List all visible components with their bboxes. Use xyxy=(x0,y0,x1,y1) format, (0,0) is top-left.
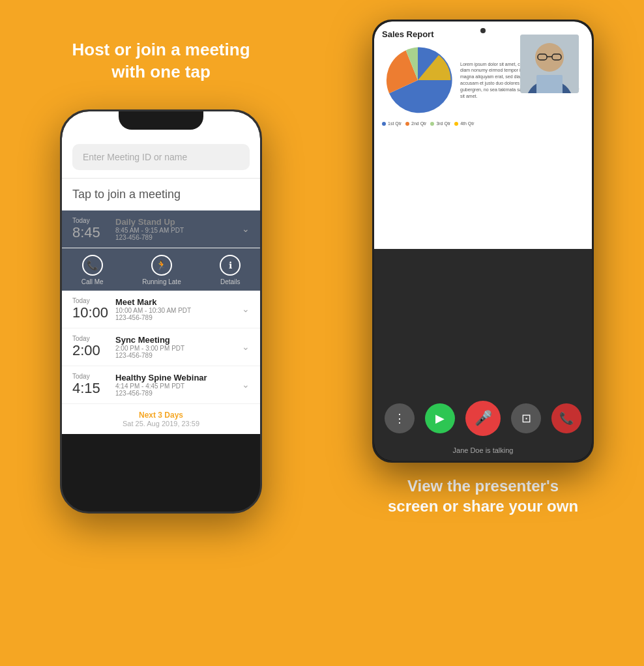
svg-point-2 xyxy=(535,43,564,72)
control-bar: ⋮ ▶ 🎤 ⊡ 📞 xyxy=(374,390,592,446)
meeting-id-3: 123-456-789 xyxy=(115,352,242,359)
end-call-icon: 📞 xyxy=(559,411,574,426)
meeting-sub-2: 10:00 AM - 10:30 AM PDT xyxy=(115,307,242,314)
meeting-name-2: Meet Mark xyxy=(115,297,242,307)
call-me-button[interactable]: 📞 Call Me xyxy=(81,255,104,285)
meeting-item-3[interactable]: Today 2:00 Sync Meeting 2:00 PM - 3:00 P… xyxy=(62,328,260,366)
legend-2nd-qtr: 2nd Qtr xyxy=(405,121,426,126)
chart-legend: 1st Qtr 2nd Qtr 3rd Qtr 4th Qtr xyxy=(382,121,584,126)
status-bar-left: 9:41 ▮▮▮ ▲ ▮ xyxy=(62,115,260,124)
meeting-time-col-3: Today 2:00 xyxy=(72,335,109,359)
microphone-muted-icon: 🎤 xyxy=(475,410,492,427)
meeting-date-3: Today xyxy=(72,335,109,342)
self-video xyxy=(520,35,579,93)
meeting-date-2: Today xyxy=(72,297,109,304)
meeting-name-3: Sync Meeting xyxy=(115,335,242,345)
meeting-details-4: Healthy Spine Webinar 4:14 PM - 4:45 PM … xyxy=(109,373,242,397)
meeting-time-col-1: Today 8:45 xyxy=(72,217,109,241)
signal-icon: ▮▮▮ xyxy=(220,116,231,123)
end-call-button[interactable]: 📞 xyxy=(551,403,581,433)
legend-label-2: 2nd Qtr xyxy=(411,121,426,126)
meeting-name-4: Healthy Spine Webinar xyxy=(115,373,242,383)
legend-3rd-qtr: 3rd Qtr xyxy=(430,121,450,126)
meeting-date-4: Today xyxy=(72,373,109,380)
chevron-icon-3: ⌄ xyxy=(242,341,250,352)
phone-dot xyxy=(480,28,486,33)
battery-icon: ▮ xyxy=(243,116,247,123)
pie-chart xyxy=(382,44,454,116)
meeting-time-col-4: Today 4:15 xyxy=(72,373,109,397)
call-me-icon: 📞 xyxy=(82,255,103,276)
legend-4th-qtr: 4th Qtr xyxy=(454,121,474,126)
legend-label-1: 1st Qtr xyxy=(388,121,402,126)
meeting-date-1: Today xyxy=(72,217,109,224)
meeting-details-2: Meet Mark 10:00 AM - 10:30 AM PDT 123-45… xyxy=(109,297,242,321)
left-panel: Host or join a meetingwith one tap 9:41 … xyxy=(0,0,322,666)
video-toggle-button[interactable]: ▶ xyxy=(425,403,455,433)
talking-label: Jane Doe is talking xyxy=(374,446,592,461)
next-days-sub: Sat 25. Aug 2019, 23:59 xyxy=(68,420,254,427)
svg-rect-3 xyxy=(536,75,563,93)
legend-dot-2 xyxy=(405,122,409,126)
running-late-button[interactable]: 🏃 Running Late xyxy=(142,255,181,285)
phone-right: Sales Report Lorem ipsum dolor xyxy=(372,20,594,463)
screen-content-left: 9:41 ▮▮▮ ▲ ▮ Enter Meeting ID or name Ta… xyxy=(62,111,260,512)
tap-join-button[interactable]: Tap to join a meeting xyxy=(62,178,260,210)
more-options-button[interactable]: ⋮ xyxy=(385,403,415,433)
meeting-name-1: Daily Stand Up xyxy=(115,217,242,227)
meeting-time-4: 4:15 xyxy=(72,380,109,397)
call-me-label: Call Me xyxy=(81,278,104,285)
chevron-icon-4: ⌄ xyxy=(242,379,250,390)
action-bar: 📞 Call Me 🏃 Running Late ℹ Details xyxy=(62,248,260,291)
meeting-id-1: 123-456-789 xyxy=(115,234,242,241)
details-button[interactable]: ℹ Details xyxy=(220,255,241,285)
legend-1st-qtr: 1st Qtr xyxy=(382,121,402,126)
details-icon: ℹ xyxy=(220,255,241,276)
meeting-item-2[interactable]: Today 10:00 Meet Mark 10:00 AM - 10:30 A… xyxy=(62,291,260,328)
meeting-time-3: 2:00 xyxy=(72,342,109,359)
chevron-icon-2: ⌄ xyxy=(242,304,250,314)
running-late-label: Running Late xyxy=(142,278,181,285)
left-headline: Host or join a meetingwith one tap xyxy=(46,39,276,83)
right-headline: View the presenter'sscreen or share your… xyxy=(362,476,604,516)
meeting-item-1[interactable]: Today 8:45 Daily Stand Up 8:45 AM - 9:15… xyxy=(62,210,260,248)
meeting-id-input[interactable]: Enter Meeting ID or name xyxy=(72,144,250,170)
meeting-time-2: 10:00 xyxy=(72,304,109,321)
meeting-time-col-2: Today 10:00 xyxy=(72,297,109,321)
chevron-icon-1: ⌄ xyxy=(242,224,250,234)
meeting-sub-4: 4:14 PM - 4:45 PM PDT xyxy=(115,383,242,390)
more-options-icon: ⋮ xyxy=(394,411,405,426)
right-panel: Sales Report Lorem ipsum dolor xyxy=(322,0,644,666)
meeting-time-1: 8:45 xyxy=(72,224,109,241)
meeting-details-1: Daily Stand Up 8:45 AM - 9:15 AM PDT 123… xyxy=(109,217,242,241)
details-label: Details xyxy=(220,278,241,285)
meeting-id-4: 123-456-789 xyxy=(115,390,242,397)
next-days-section: Next 3 Days Sat 25. Aug 2019, 23:59 xyxy=(62,404,260,434)
status-icons: ▮▮▮ ▲ ▮ xyxy=(220,116,247,123)
legend-label-3: 3rd Qtr xyxy=(436,121,450,126)
meeting-sub-3: 2:00 PM - 3:00 PM PDT xyxy=(115,345,242,352)
screen-content-right: Sales Report Lorem ipsum dolor xyxy=(374,22,592,461)
video-icon: ▶ xyxy=(435,411,445,426)
running-late-icon: 🏃 xyxy=(151,255,172,276)
legend-dot-4 xyxy=(454,122,458,126)
wifi-icon: ▲ xyxy=(234,116,241,123)
share-screen-button[interactable]: ⊡ xyxy=(511,403,541,433)
meeting-id-2: 123-456-789 xyxy=(115,314,242,321)
next-days-title: Next 3 Days xyxy=(68,411,254,420)
dark-video-area: ⋮ ▶ 🎤 ⊡ 📞 xyxy=(374,249,592,461)
legend-label-4: 4th Qtr xyxy=(460,121,474,126)
legend-dot-1 xyxy=(382,122,386,126)
mute-button[interactable]: 🎤 xyxy=(465,401,501,436)
share-screen-icon: ⊡ xyxy=(521,411,531,426)
status-time: 9:41 xyxy=(75,115,91,124)
legend-dot-3 xyxy=(430,122,434,126)
meeting-item-4[interactable]: Today 4:15 Healthy Spine Webinar 4:14 PM… xyxy=(62,366,260,404)
phone-left: 9:41 ▮▮▮ ▲ ▮ Enter Meeting ID or name Ta… xyxy=(60,109,262,514)
avatar-svg xyxy=(520,35,579,93)
meeting-details-3: Sync Meeting 2:00 PM - 3:00 PM PDT 123-4… xyxy=(109,335,242,359)
meeting-sub-1: 8:45 AM - 9:15 AM PDT xyxy=(115,227,242,234)
